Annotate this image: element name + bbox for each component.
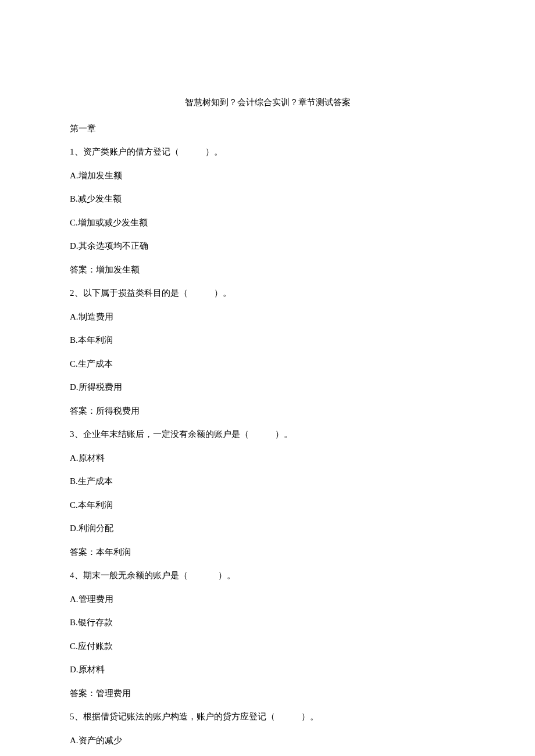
answer-line: 答案：本年利润	[70, 546, 465, 559]
option-d: D.其余选项均不正确	[70, 239, 465, 253]
option-c: C.本年利润	[70, 499, 465, 512]
option-d: D.原材料	[70, 663, 465, 676]
option-b: B.生产成本	[70, 475, 465, 488]
option-d: D.利润分配	[70, 522, 465, 535]
document-title: 智慧树知到？会计综合实训？章节测试答案	[70, 96, 465, 109]
answer-line: 答案：管理费用	[70, 687, 465, 700]
option-c: C.应付账款	[70, 640, 465, 653]
question-text: 4、期末一般无余额的账户是（ ）。	[70, 569, 465, 582]
option-a: A.增加发生额	[70, 169, 465, 182]
option-a: A.制造费用	[70, 310, 465, 324]
option-c: C.生产成本	[70, 357, 465, 371]
question-text: 5、根据借贷记账法的账户构造，账户的贷方应登记（ ）。	[70, 710, 465, 723]
option-b: B.本年利润	[70, 334, 465, 347]
question-text: 2、以下属于损益类科目的是（ ）。	[70, 286, 465, 300]
option-a: A.资产的减少	[70, 734, 465, 747]
chapter-heading: 第一章	[70, 122, 465, 135]
option-a: A.原材料	[70, 452, 465, 465]
option-b: B.减少发生额	[70, 192, 465, 206]
option-a: A.管理费用	[70, 593, 465, 606]
question-text: 1、资产类账户的借方登记（ ）。	[70, 145, 465, 159]
answer-line: 答案：增加发生额	[70, 263, 465, 277]
question-text: 3、企业年末结账后，一定没有余额的账户是（ ）。	[70, 428, 465, 441]
answer-line: 答案：所得税费用	[70, 404, 465, 418]
option-c: C.增加或减少发生额	[70, 216, 465, 230]
document-page: 智慧树知到？会计综合实训？章节测试答案 第一章 1、资产类账户的借方登记（ ）。…	[0, 0, 535, 756]
option-b: B.银行存款	[70, 616, 465, 629]
option-d: D.所得税费用	[70, 381, 465, 394]
